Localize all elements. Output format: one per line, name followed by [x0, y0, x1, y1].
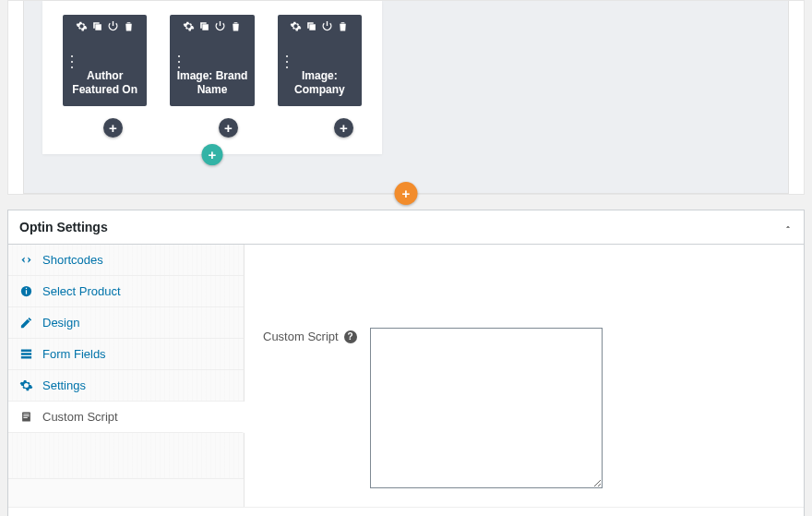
add-module-button[interactable]: + [219, 118, 238, 138]
tab-settings[interactable]: Settings [8, 370, 244, 402]
field-label: Custom Script [263, 330, 339, 343]
tab-custom-script[interactable]: Custom Script [8, 402, 245, 433]
svg-rect-6 [22, 413, 30, 422]
svg-rect-8 [23, 415, 29, 416]
column-add-row: + + + [63, 118, 362, 138]
drag-handle-icon[interactable] [67, 55, 77, 68]
power-icon[interactable] [214, 20, 226, 35]
panel-body: Shortcodes Select Product Design Form Fi… [8, 245, 804, 507]
tabs-spacer [8, 433, 244, 479]
gear-icon[interactable] [183, 20, 195, 35]
trash-icon[interactable] [230, 20, 242, 35]
field-label-wrap: Custom Script ? [263, 328, 357, 343]
svg-rect-4 [21, 353, 31, 355]
gear-icon[interactable] [76, 20, 88, 35]
module-card[interactable]: Image: Company [278, 15, 362, 106]
drag-handle-icon[interactable] [282, 55, 292, 68]
tab-label: Design [42, 316, 79, 330]
svg-rect-1 [26, 290, 27, 294]
duplicate-icon[interactable] [91, 20, 103, 35]
svg-rect-2 [26, 288, 27, 289]
tab-label: Form Fields [42, 347, 106, 361]
module-toolbar [65, 17, 145, 35]
module-toolbar [172, 17, 252, 35]
custom-script-field: Custom Script ? [263, 328, 785, 488]
module-title: Image: Brand Name [172, 35, 252, 104]
power-icon[interactable] [107, 20, 119, 35]
module-row: Author Featured On Image: Brand Name [63, 15, 362, 106]
gear-icon [19, 378, 33, 392]
trash-icon[interactable] [123, 20, 135, 35]
builder-section: Author Featured On Image: Brand Name [42, 1, 770, 167]
power-icon[interactable] [321, 20, 333, 35]
collapse-icon[interactable] [783, 222, 793, 232]
gear-icon[interactable] [290, 20, 302, 35]
help-icon[interactable]: ? [344, 330, 357, 343]
module-card[interactable]: Image: Brand Name [170, 15, 254, 106]
module-toolbar [280, 17, 360, 35]
add-row-button[interactable]: + [202, 144, 223, 165]
svg-rect-7 [23, 414, 29, 414]
form-icon [19, 347, 33, 361]
builder-canvas: Author Featured On Image: Brand Name [23, 1, 789, 194]
trash-icon[interactable] [337, 20, 349, 35]
tab-content: Custom Script ? [245, 245, 804, 507]
pencil-icon [19, 316, 33, 330]
tab-design[interactable]: Design [8, 307, 244, 339]
tab-label: Shortcodes [42, 253, 103, 267]
panel-header[interactable]: Optin Settings [8, 210, 804, 245]
builder-row: Author Featured On Image: Brand Name [42, 1, 382, 154]
duplicate-icon[interactable] [305, 20, 317, 35]
svg-rect-9 [23, 417, 27, 418]
tab-label: Custom Script [42, 410, 118, 424]
page-builder-panel: Author Featured On Image: Brand Name [7, 0, 805, 195]
panel-title: Optin Settings [19, 220, 108, 234]
module-title: Image: Company [280, 35, 360, 104]
svg-rect-3 [21, 350, 31, 353]
tab-label: Settings [42, 378, 86, 392]
tab-label: Select Product [42, 284, 121, 298]
duplicate-icon[interactable] [198, 20, 210, 35]
script-icon [19, 410, 33, 424]
svg-rect-5 [21, 356, 31, 359]
tab-form-fields[interactable]: Form Fields [8, 339, 244, 370]
optin-settings-panel: Optin Settings Shortcodes Select Product… [7, 210, 805, 516]
settings-tabs: Shortcodes Select Product Design Form Fi… [8, 245, 245, 507]
custom-script-textarea[interactable] [370, 328, 603, 488]
module-title: Author Featured On [65, 35, 145, 104]
code-icon [19, 253, 33, 267]
module-card[interactable]: Author Featured On [63, 15, 147, 106]
tab-select-product[interactable]: Select Product [8, 276, 244, 307]
tab-shortcodes[interactable]: Shortcodes [8, 245, 244, 276]
add-module-button[interactable]: + [334, 118, 353, 138]
drag-handle-icon[interactable] [174, 55, 184, 68]
info-icon [19, 284, 33, 298]
panel-footer: Update Back to edit Flow [8, 507, 804, 516]
add-module-button[interactable]: + [103, 118, 123, 138]
add-section-button[interactable]: + [395, 182, 418, 205]
